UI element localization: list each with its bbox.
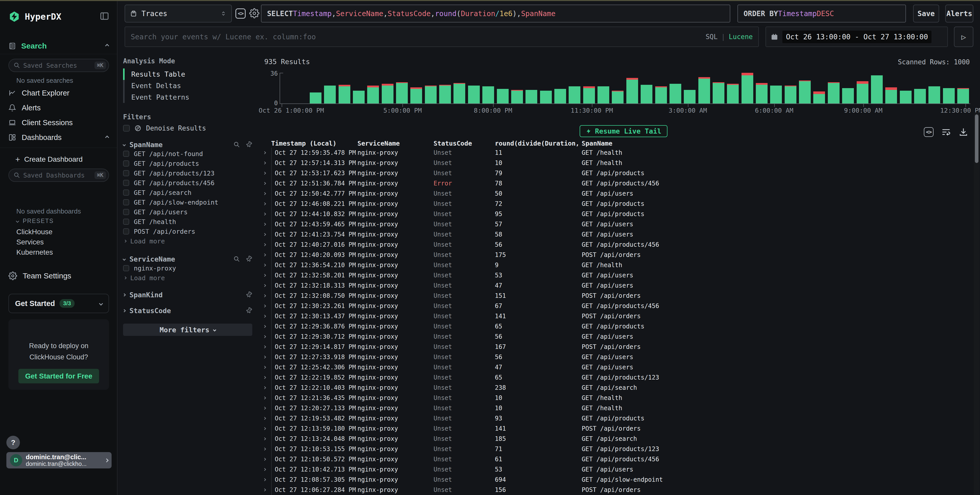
table-row[interactable]: Oct 27 12:40:20.093 PMnginx-proxyUnset17… — [258, 250, 973, 260]
denoise-checkbox[interactable] — [123, 125, 130, 132]
table-row[interactable]: Oct 27 12:36:54.210 PMnginx-proxyUnset9G… — [258, 260, 973, 270]
collapse-sidebar-icon[interactable] — [100, 11, 109, 21]
column-drag-handle[interactable]: ⋮⋮ — [495, 139, 500, 148]
code-brackets-icon[interactable]: <> — [235, 8, 246, 19]
table-row[interactable]: Oct 27 12:13:24.048 PMnginx-proxyUnset18… — [258, 434, 973, 444]
col-servicename[interactable]: ⋮⋮ServiceName — [358, 139, 434, 148]
row-expander-icon[interactable] — [258, 434, 271, 444]
filter-item[interactable]: GET /api/products/456 — [123, 178, 252, 188]
table-row[interactable]: Oct 27 12:30:23.261 PMnginx-proxyUnset67… — [258, 301, 973, 311]
table-row[interactable]: Oct 27 12:53:17.623 PMnginx-proxyUnset79… — [258, 168, 973, 178]
column-drag-handle[interactable]: ⋮⋮ — [582, 139, 586, 148]
row-expander-icon[interactable] — [258, 331, 271, 342]
row-expander-icon[interactable] — [258, 280, 271, 291]
table-row[interactable]: Oct 27 12:22:19.852 PMnginx-proxyUnset65… — [258, 372, 973, 383]
alerts-button[interactable]: Alerts — [945, 5, 974, 22]
filter-group-servicename-header[interactable]: ServiceName — [123, 255, 252, 263]
col-spanname[interactable]: ⋮⋮SpanName — [582, 139, 973, 148]
sidebar-item-client-sessions[interactable]: Client Sessions — [8, 116, 108, 129]
help-button[interactable]: ? — [6, 436, 20, 449]
row-expander-icon[interactable] — [258, 362, 271, 372]
resume-live-tail-button[interactable]: Resume Live Tail — [580, 125, 667, 137]
filter-checkbox[interactable] — [123, 161, 129, 167]
row-expander-icon[interactable] — [258, 413, 271, 423]
row-expander-icon[interactable] — [258, 393, 271, 403]
table-row[interactable]: Oct 27 12:06:27.284 PMnginx-proxyUnset15… — [258, 485, 973, 495]
filter-group-spanname-header[interactable]: SpanName — [123, 140, 252, 149]
row-expander-icon[interactable] — [258, 322, 271, 331]
row-expander-icon[interactable] — [258, 342, 271, 352]
download-icon[interactable] — [959, 127, 968, 137]
row-expander-icon[interactable] — [258, 352, 271, 362]
search-input[interactable] — [131, 33, 702, 41]
preset-clickhouse[interactable]: ClickHouse — [16, 228, 52, 236]
preset-kubernetes[interactable]: Kubernetes — [16, 248, 53, 256]
presets-toggle[interactable]: PRESETS — [16, 218, 54, 224]
load-more[interactable]: Load more — [123, 236, 252, 246]
saved-searches-field[interactable] — [23, 62, 91, 69]
pin-icon[interactable] — [244, 306, 253, 315]
row-expander-icon[interactable] — [258, 464, 271, 474]
col-duration[interactable]: ⋮⋮round(divide(Duration, — [495, 139, 582, 148]
filter-checkbox[interactable] — [123, 189, 129, 196]
row-expander-icon[interactable] — [258, 209, 271, 219]
table-row[interactable]: Oct 27 12:10:42.713 PMnginx-proxyUnset53… — [258, 464, 973, 474]
col-timestamp[interactable]: Timestamp (Local) — [271, 139, 358, 148]
column-drag-handle[interactable]: ⋮⋮ — [434, 139, 438, 148]
table-row[interactable]: Oct 27 12:29:30.712 PMnginx-proxyUnset56… — [258, 331, 973, 342]
table-row[interactable]: Oct 27 12:29:14.817 PMnginx-proxyUnset16… — [258, 342, 973, 352]
lucene-search-bar[interactable]: SQL | Lucene — [125, 27, 759, 47]
table-row[interactable]: Oct 27 12:30:13.437 PMnginx-proxyUnset14… — [258, 311, 973, 322]
filter-checkbox[interactable] — [123, 265, 129, 271]
search-icon[interactable] — [233, 141, 240, 148]
table-row[interactable]: Oct 27 12:32:08.750 PMnginx-proxyUnset15… — [258, 291, 973, 301]
row-expander-icon[interactable] — [258, 270, 271, 280]
save-button[interactable]: Save — [913, 5, 939, 22]
table-row[interactable]: Oct 27 12:29:36.876 PMnginx-proxyUnset65… — [258, 322, 973, 331]
tab-results-table[interactable]: Results Table — [123, 68, 252, 80]
table-row[interactable]: Oct 27 12:32:18.313 PMnginx-proxyUnset47… — [258, 280, 973, 291]
table-row[interactable]: Oct 27 12:51:36.784 PMnginx-proxyError78… — [258, 178, 973, 188]
wrap-lines-icon[interactable] — [941, 127, 951, 137]
get-started-free-button[interactable]: Get Started for Free — [18, 369, 99, 384]
filter-checkbox[interactable] — [123, 219, 129, 225]
sidebar-item-alerts[interactable]: Alerts — [8, 102, 108, 114]
tab-event-deltas[interactable]: Event Deltas — [123, 80, 252, 91]
pin-icon[interactable] — [244, 290, 253, 299]
gear-icon[interactable] — [249, 8, 259, 18]
toggle-sql[interactable]: SQL — [705, 33, 718, 41]
table-row[interactable]: Oct 27 12:46:08.221 PMnginx-proxyUnset72… — [258, 199, 973, 209]
pin-icon[interactable] — [244, 255, 253, 264]
row-expander-icon[interactable] — [258, 454, 271, 464]
table-row[interactable]: Oct 27 12:44:10.832 PMnginx-proxyUnset95… — [258, 209, 973, 219]
table-row[interactable]: Oct 27 12:59:35.478 PMnginx-proxyUnset11… — [258, 148, 973, 158]
filter-checkbox[interactable] — [123, 151, 129, 157]
row-expander-icon[interactable] — [258, 403, 271, 413]
saved-searches-input[interactable]: ⌘K — [8, 59, 109, 72]
search-icon[interactable] — [233, 256, 240, 262]
table-row[interactable]: Oct 27 12:50:42.777 PMnginx-proxyUnset50… — [258, 188, 973, 199]
table-row[interactable]: Oct 27 12:10:53.155 PMnginx-proxyUnset71… — [258, 444, 973, 454]
tab-event-patterns[interactable]: Event Patterns — [123, 91, 252, 103]
filter-item[interactable]: GET /health — [123, 217, 252, 226]
source-select[interactable]: Traces — [125, 5, 232, 22]
table-row[interactable]: Oct 27 12:10:50.572 PMnginx-proxyUnset61… — [258, 454, 973, 464]
row-expander-icon[interactable] — [258, 301, 271, 311]
expand-json-icon[interactable]: <> — [924, 127, 934, 137]
table-row[interactable]: Oct 27 12:32:58.201 PMnginx-proxyUnset53… — [258, 270, 973, 280]
preset-services[interactable]: Services — [16, 238, 44, 246]
table-row[interactable]: Oct 27 12:20:27.133 PMnginx-proxyUnset10… — [258, 403, 973, 413]
scrollbar[interactable] — [974, 112, 980, 495]
row-expander-icon[interactable] — [258, 474, 271, 485]
sidebar-item-search[interactable]: Search — [0, 38, 117, 54]
orderby-query-editor[interactable]: ORDER BY Timestamp DESC — [737, 5, 906, 22]
row-expander-icon[interactable] — [258, 311, 271, 322]
filter-checkbox[interactable] — [123, 228, 129, 234]
filter-item[interactable]: GET /api/products — [123, 159, 252, 168]
filter-group-spankind-header[interactable]: SpanKind — [123, 290, 252, 299]
saved-dashboards-input[interactable]: ⌘K — [8, 169, 109, 182]
filter-item[interactable]: nginx-proxy — [123, 263, 252, 273]
sidebar-item-chart-explorer[interactable]: Chart Explorer — [8, 87, 108, 99]
saved-dashboards-field[interactable] — [23, 172, 91, 179]
row-expander-icon[interactable] — [258, 188, 271, 199]
